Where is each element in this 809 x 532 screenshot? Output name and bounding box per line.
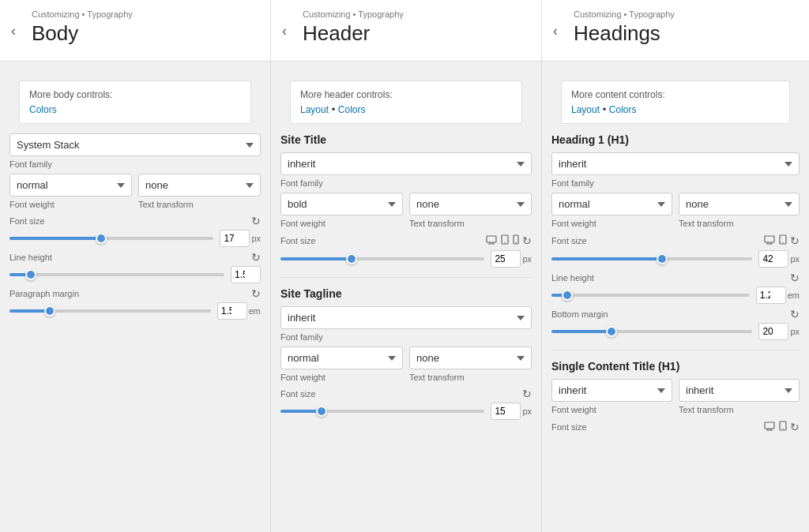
site-title-weight-select[interactable]: bold normal inherit <box>280 193 403 215</box>
body-line-height-reset[interactable]: ↻ <box>251 252 261 263</box>
body-text-transform-select[interactable]: none uppercase lowercase <box>138 174 261 197</box>
h1-transform-label: Text transform <box>679 219 800 228</box>
h1-transform-select[interactable]: none uppercase <box>679 193 800 215</box>
site-title-font-size-unit: px <box>522 254 532 264</box>
header-breadcrumb: Customizing • Typography <box>303 9 529 19</box>
header-panel-header: ‹ Customizing • Typography Header <box>271 0 541 62</box>
h1-font-size-input-group: px <box>758 250 800 268</box>
single-h1-weight-label: Font weight <box>551 405 672 414</box>
h1-bottom-margin-track[interactable] <box>551 330 752 333</box>
site-tagline-transform-label: Text transform <box>409 373 532 382</box>
body-line-height-thumb[interactable] <box>25 269 36 280</box>
site-title-mobile-icon[interactable] <box>512 234 520 247</box>
svg-point-2 <box>504 242 505 243</box>
h1-line-height-track[interactable] <box>551 294 750 297</box>
headings-layout-link[interactable]: Layout <box>571 104 600 115</box>
single-h1-font-size-group: Font size ↻ <box>551 421 800 433</box>
single-h1-desktop-icon[interactable] <box>763 421 776 433</box>
h1-bottom-margin-input[interactable] <box>758 323 788 340</box>
body-paragraph-margin-slider-row: em <box>9 302 261 320</box>
site-tagline-font-size-slider-row: px <box>280 403 532 420</box>
h1-font-size-input[interactable] <box>758 250 788 268</box>
body-paragraph-margin-input[interactable] <box>217 302 247 320</box>
site-title-font-size-track[interactable] <box>280 257 484 260</box>
body-font-size-input-group: px <box>220 230 261 247</box>
body-content: More body controls: Colors System Stack … <box>0 62 270 332</box>
body-paragraph-margin-input-group: em <box>217 302 261 320</box>
single-h1-section-label: Single Content Title (H1) <box>551 360 800 373</box>
body-font-size-fill <box>9 237 101 240</box>
single-h1-weight-col: inherit normal bold Font weight <box>551 379 672 416</box>
header-back-button[interactable]: ‹ <box>282 22 287 39</box>
body-back-button[interactable]: ‹ <box>11 22 16 39</box>
site-tagline-font-size-input-group: px <box>491 403 532 420</box>
site-title-tablet-icon[interactable] <box>500 234 510 247</box>
site-title-font-size-reset[interactable]: ↻ <box>522 235 532 246</box>
body-font-size-label: Font size <box>9 216 45 226</box>
h1-font-size-reset[interactable]: ↻ <box>790 235 800 246</box>
headings-colors-link[interactable]: Colors <box>609 104 637 115</box>
site-tagline-weight-select[interactable]: normal bold inherit <box>280 347 403 369</box>
body-font-family-group: System Stack Arial Georgia Font family <box>9 133 261 169</box>
header-layout-link[interactable]: Layout <box>300 104 329 115</box>
site-tagline-weight-label: Font weight <box>280 373 403 382</box>
single-h1-weight-transform-row: inherit normal bold Font weight inherit … <box>551 379 800 416</box>
h1-font-size-track[interactable] <box>551 257 752 260</box>
body-font-size-input[interactable] <box>220 230 250 247</box>
body-font-family-select[interactable]: System Stack Arial Georgia <box>9 133 261 156</box>
site-title-transform-select[interactable]: none uppercase <box>409 193 532 215</box>
h1-font-family-select[interactable]: inherit System Stack <box>551 152 800 175</box>
h1-bottom-margin-thumb[interactable] <box>606 326 617 337</box>
h1-line-height-reset[interactable]: ↻ <box>790 272 800 283</box>
header-colors-link[interactable]: Colors <box>338 104 366 115</box>
single-h1-font-size-reset[interactable]: ↻ <box>790 421 800 433</box>
headings-back-button[interactable]: ‹ <box>553 22 558 39</box>
body-paragraph-margin-reset[interactable]: ↻ <box>251 288 261 299</box>
h1-font-family-group: inherit System Stack Font family <box>551 152 800 188</box>
site-title-font-family-select[interactable]: inherit System Stack <box>280 152 532 175</box>
site-title-font-size-input[interactable] <box>491 250 521 268</box>
h1-line-height-input[interactable] <box>756 287 786 304</box>
single-h1-weight-select[interactable]: inherit normal bold <box>551 379 672 402</box>
header-content: More header controls: Layout • Colors Si… <box>271 62 541 433</box>
h1-font-size-thumb[interactable] <box>657 253 668 264</box>
h1-desktop-icon[interactable] <box>763 235 776 247</box>
single-h1-responsive-icons: ↻ <box>763 421 800 433</box>
body-font-size-thumb[interactable] <box>96 233 107 244</box>
body-paragraph-margin-thumb[interactable] <box>44 305 55 317</box>
site-tagline-font-size-reset[interactable]: ↻ <box>522 388 532 399</box>
h1-line-height-unit: em <box>788 290 800 300</box>
h1-weight-select[interactable]: normal bold inherit <box>551 193 672 215</box>
site-tagline-transform-select[interactable]: none uppercase <box>409 347 532 369</box>
h1-section-label: Heading 1 (H1) <box>551 133 800 146</box>
site-tagline-font-size-input[interactable] <box>491 403 521 420</box>
h1-bottom-margin-reset[interactable]: ↻ <box>790 309 800 320</box>
single-h1-tablet-icon[interactable] <box>778 421 788 433</box>
h1-line-height-slider-row: em <box>551 287 800 304</box>
svg-rect-5 <box>765 236 774 242</box>
body-font-size-track[interactable] <box>9 237 213 240</box>
single-h1-transform-select[interactable]: inherit none uppercase <box>679 379 800 402</box>
h1-line-height-thumb[interactable] <box>562 290 573 301</box>
site-tagline-font-family-select[interactable]: inherit System Stack <box>280 306 532 329</box>
body-font-weight-select[interactable]: normal bold <box>9 174 132 197</box>
h1-font-size-fill <box>551 257 662 260</box>
site-tagline-font-size-thumb[interactable] <box>316 406 327 417</box>
body-font-weight-col: normal bold Font weight <box>9 174 132 211</box>
headings-breadcrumb: Customizing • Typography <box>574 9 796 19</box>
body-line-height-input[interactable] <box>231 266 261 283</box>
body-text-transform-col: none uppercase lowercase Text transform <box>138 174 261 211</box>
site-title-transform-col: none uppercase Text transform <box>409 193 532 230</box>
body-font-size-reset[interactable]: ↻ <box>251 215 261 227</box>
body-line-height-track[interactable] <box>9 273 224 276</box>
site-tagline-font-family-group: inherit System Stack Font family <box>280 306 532 342</box>
h1-font-size-slider-row: px <box>551 250 800 268</box>
body-panel: ‹ Customizing • Typography Body More bod… <box>0 0 271 532</box>
body-colors-link[interactable]: Colors <box>29 104 57 115</box>
body-paragraph-margin-track[interactable] <box>9 309 211 313</box>
site-tagline-font-size-track[interactable] <box>280 410 484 413</box>
h1-tablet-icon[interactable] <box>778 234 788 247</box>
site-title-font-size-thumb[interactable] <box>346 253 357 264</box>
site-title-desktop-icon[interactable] <box>485 235 498 247</box>
h1-line-height-group: Line height ↻ em <box>551 272 800 304</box>
